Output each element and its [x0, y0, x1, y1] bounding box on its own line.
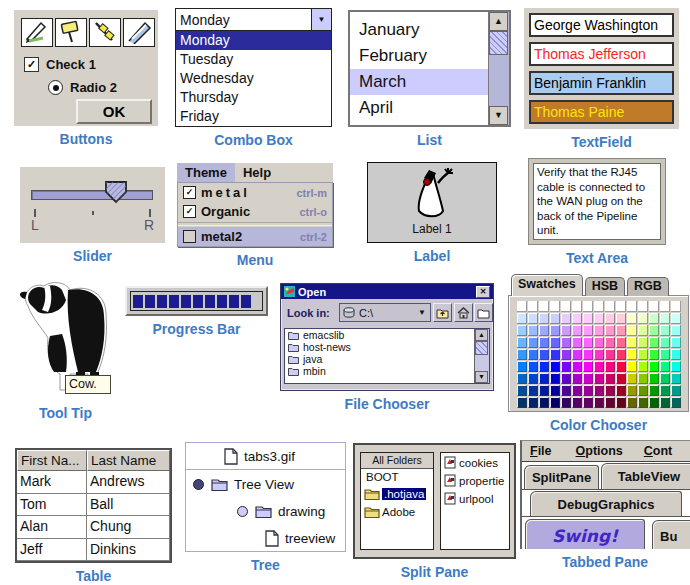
menu-item[interactable]: ✓ metal ctrl-m [178, 183, 332, 202]
swatch-cell[interactable] [517, 325, 527, 336]
swatch-cell[interactable] [660, 313, 670, 324]
tab-hsb[interactable]: HSB [585, 277, 625, 296]
swatch-cell[interactable] [660, 397, 670, 408]
swatch-cell[interactable] [649, 397, 659, 408]
text-field[interactable]: George Washington [529, 13, 674, 37]
swatch-cell[interactable] [616, 337, 626, 348]
checkbox[interactable]: ✓ [24, 57, 39, 72]
swatch-cell[interactable] [594, 313, 604, 324]
swatch-cell[interactable] [605, 337, 615, 348]
swatch-cell[interactable] [539, 301, 549, 312]
expand-handle-icon[interactable] [237, 506, 248, 517]
menu-item[interactable]: ✓ Organic ctrl-o [178, 202, 332, 221]
table-row[interactable]: Jeff Dinkins [17, 539, 170, 562]
swatch-cell[interactable] [627, 337, 637, 348]
swatch-cell[interactable] [660, 337, 670, 348]
swatch-cell[interactable] [638, 301, 648, 312]
swatch-cell[interactable] [638, 385, 648, 396]
swatch-cell[interactable] [605, 361, 615, 372]
swatch-cell[interactable] [572, 337, 582, 348]
scrollbar[interactable]: ▲ ▼ [488, 12, 509, 125]
swatch-cell[interactable] [550, 313, 560, 324]
swatch-cell[interactable] [605, 325, 615, 336]
swatch-cell[interactable] [616, 397, 626, 408]
tab-button[interactable]: Bu [652, 520, 690, 549]
swatch-cell[interactable] [517, 385, 527, 396]
swatch-cell[interactable] [649, 337, 659, 348]
swatch-cell[interactable] [561, 301, 571, 312]
new-folder-button[interactable] [474, 303, 493, 322]
swatch-cell[interactable] [539, 397, 549, 408]
list-item[interactable]: January [350, 17, 509, 43]
swatch-cell[interactable] [660, 301, 670, 312]
swatch-cell[interactable] [528, 397, 538, 408]
swatch-cell[interactable] [550, 361, 560, 372]
swatch-cell[interactable] [528, 385, 538, 396]
swatch-cell[interactable] [649, 301, 659, 312]
swatch-cell[interactable] [616, 301, 626, 312]
swatch-cell[interactable] [660, 385, 670, 396]
combo-option[interactable]: Monday [176, 31, 331, 50]
swatch-cell[interactable] [627, 325, 637, 336]
text-area[interactable]: Verify that the RJ45 cable is connected … [533, 163, 661, 240]
swatch-cell[interactable] [594, 301, 604, 312]
swatch-cell[interactable] [517, 349, 527, 360]
swatch-cell[interactable] [583, 397, 593, 408]
swatch-cell[interactable] [671, 385, 681, 396]
table-row[interactable]: Tom Ball [17, 494, 170, 517]
scroll-up-button[interactable]: ▲ [489, 12, 508, 31]
swatch-cell[interactable] [539, 313, 549, 324]
swatch-cell[interactable] [528, 361, 538, 372]
radio-button[interactable] [48, 80, 63, 95]
tab-splitpane[interactable]: SplitPane [524, 465, 599, 489]
swatch-cell[interactable] [671, 337, 681, 348]
scrollbar-thumb[interactable] [475, 341, 488, 355]
swatch-cell[interactable] [517, 313, 527, 324]
tab-swatches[interactable]: Swatches [511, 274, 583, 296]
swatch-cell[interactable] [528, 301, 538, 312]
swatch-cell[interactable] [528, 313, 538, 324]
table-cell[interactable]: Tom [17, 494, 87, 517]
swatch-cell[interactable] [605, 313, 615, 324]
combo-option[interactable]: Thursday [176, 88, 331, 107]
scroll-down-button[interactable]: ▼ [489, 106, 508, 125]
file-row[interactable]: mbin [285, 365, 489, 377]
file-list-item[interactable]: urlpool [441, 489, 509, 507]
list-item-selected[interactable]: March [350, 69, 509, 95]
tab-rgb[interactable]: RGB [627, 277, 669, 296]
swatch-cell[interactable] [561, 349, 571, 360]
swatch-cell[interactable] [517, 397, 527, 408]
swatch-cell[interactable] [627, 301, 637, 312]
swatch-cell[interactable] [671, 373, 681, 384]
swatch-cell[interactable] [594, 397, 604, 408]
swatch-cell[interactable] [605, 349, 615, 360]
swatch-cell[interactable] [583, 337, 593, 348]
swatch-cell[interactable] [605, 373, 615, 384]
scroll-down-button[interactable]: ▼ [475, 371, 488, 383]
swatch-cell[interactable] [583, 373, 593, 384]
swatch-cell[interactable] [638, 361, 648, 372]
tree-node[interactable]: Tree View [186, 470, 345, 498]
swatch-cell[interactable] [627, 397, 637, 408]
swatch-cell[interactable] [539, 337, 549, 348]
swatch-cell[interactable] [638, 373, 648, 384]
swatch-cell[interactable] [649, 313, 659, 324]
scrollbar[interactable]: ▲ ▼ [474, 329, 489, 383]
swatch-cell[interactable] [583, 385, 593, 396]
swatch-cell[interactable] [539, 325, 549, 336]
swatch-cell[interactable] [561, 361, 571, 372]
file-row[interactable]: host-news [285, 341, 489, 353]
table-cell[interactable]: Chung [87, 516, 170, 539]
tab-tableview[interactable]: TableView [601, 463, 690, 489]
swatch-cell[interactable] [671, 397, 681, 408]
column-header[interactable]: Last Name [87, 450, 170, 471]
swatch-cell[interactable] [539, 361, 549, 372]
text-field[interactable]: Thomas Paine [529, 100, 674, 124]
swatch-cell[interactable] [627, 349, 637, 360]
swatch-cell[interactable] [605, 385, 615, 396]
table-row[interactable]: Mark Andrews [17, 471, 170, 494]
home-button[interactable] [454, 303, 473, 322]
table-row[interactable]: Alan Chung [17, 516, 170, 539]
swatch-cell[interactable] [649, 349, 659, 360]
swatch-cell[interactable] [539, 349, 549, 360]
